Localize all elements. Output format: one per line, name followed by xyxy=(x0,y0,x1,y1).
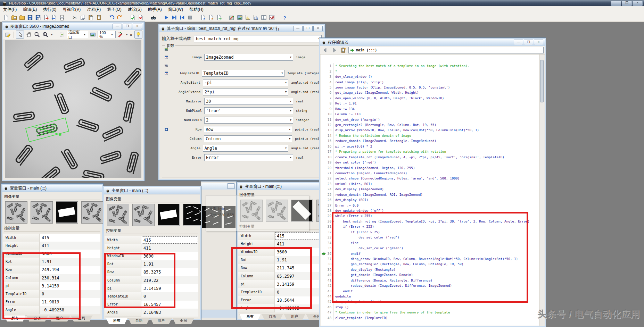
close-button[interactable]: × xyxy=(133,24,142,29)
code-line-15[interactable]: 15reduce_domain (ImageZoomed, Rectangle,… xyxy=(321,138,539,143)
code-line-27[interactable]: 27Error := 0.0 xyxy=(321,202,539,208)
code-line-9[interactable]: 9Row := 134 xyxy=(321,106,539,111)
adopt-program-button[interactable] xyxy=(50,14,58,21)
image-variable-thumbnail-clips[interactable] xyxy=(5,201,27,224)
vertical-scrollbar[interactable] xyxy=(539,54,544,326)
paste-special-button[interactable] xyxy=(95,14,103,21)
chevron-down-icon[interactable]: ▼ xyxy=(289,156,293,159)
more-tools-button[interactable]: » xyxy=(130,32,132,37)
program-editor-titlebar[interactable]: 程序编辑器 — ❒ × xyxy=(320,39,545,46)
param-value-combobox[interactable]: Column▼ xyxy=(204,135,292,142)
tab-所有[interactable]: 所有 xyxy=(106,318,127,324)
chevron-down-icon[interactable]: ▼ xyxy=(289,56,293,59)
restore-button[interactable]: ❒ xyxy=(303,26,313,31)
image-variable-thumbnail-clips[interactable] xyxy=(132,204,155,226)
chevron-down-icon[interactable]: ▼ xyxy=(289,119,293,121)
restore-button[interactable]: ❒ xyxy=(524,40,533,45)
pan-hand-button[interactable] xyxy=(25,31,32,38)
variable-row-Height[interactable]: Height411 xyxy=(3,242,100,250)
code-line-23[interactable]: 23union1 (Holes, ROI) xyxy=(321,181,539,186)
chevron-down-icon[interactable]: ▼ xyxy=(288,137,292,140)
fit-window-button[interactable] xyxy=(58,31,66,38)
operator-window-titlebar[interactable]: 算子窗口 - 编辑: 'best_match_rot_mg' 在过程 'main… xyxy=(159,25,324,32)
chevron-down-icon[interactable]: ▼ xyxy=(284,91,288,93)
chevron-down-icon[interactable]: ▼ xyxy=(83,33,86,36)
tab-用户[interactable]: 用户 xyxy=(284,314,305,320)
redo-button[interactable] xyxy=(116,14,124,21)
help-button[interactable]: ? xyxy=(281,14,289,21)
export-program-button[interactable] xyxy=(42,14,50,21)
image-variable-thumbnail-clips[interactable] xyxy=(81,201,103,224)
run-until-button[interactable] xyxy=(170,14,178,21)
menu-item-3[interactable]: 可视化(V) xyxy=(59,6,84,13)
code-line-6[interactable]: 6get_image_size (ImageZoomed, Width, Hei… xyxy=(321,90,539,95)
tab-自动[interactable]: 自动 xyxy=(128,318,150,324)
menu-item-2[interactable]: 执行(x) xyxy=(40,6,59,13)
code-line-13[interactable]: 13disp_arrow (WindowID, Row, Column, Row… xyxy=(321,127,539,133)
copy-button[interactable] xyxy=(79,14,87,21)
variable-row-Angle[interactable]: Angle2.16483 xyxy=(105,309,198,317)
code-line-20[interactable]: 20threshold (ImageZoomed, Region, 120, 2… xyxy=(321,165,539,170)
image-variable-thumbnail-clips[interactable] xyxy=(31,201,53,224)
procedure-combobox[interactable]: main (:::) xyxy=(348,47,544,53)
zoom-in-button[interactable] xyxy=(42,31,49,38)
code-line-24[interactable]: 24dev_display (ImageZoomed) xyxy=(321,186,539,192)
code-line-19[interactable]: 19dev_set_color ('red') xyxy=(321,160,539,165)
image-window-button[interactable] xyxy=(236,14,244,21)
run-button[interactable] xyxy=(162,14,170,21)
close-button[interactable]: × xyxy=(313,26,323,31)
accept-line-button[interactable] xyxy=(129,14,137,21)
menu-item-4[interactable]: 过程(P) xyxy=(84,6,104,13)
code-line-10[interactable]: 10Column := 118 xyxy=(321,111,539,117)
chevron-down-icon[interactable]: ▼ xyxy=(125,33,129,36)
paste-button[interactable] xyxy=(87,14,95,21)
pointer-button[interactable] xyxy=(16,31,24,39)
chevron-down-icon[interactable]: ▼ xyxy=(50,33,54,36)
maximize-button[interactable]: ❒ xyxy=(622,1,632,6)
close-button[interactable]: × xyxy=(633,1,643,6)
zoom-level-combobox[interactable]: 100 %▼ xyxy=(98,31,116,38)
param-value-combobox[interactable]: Row▼ xyxy=(204,126,292,133)
param-value-combobox[interactable]: 2*pi▼ xyxy=(203,89,288,95)
menu-item-7[interactable]: 助手(A) xyxy=(145,6,165,13)
undo-button[interactable] xyxy=(108,14,116,21)
param-value-combobox[interactable]: 2▼ xyxy=(204,117,293,124)
code-line-12[interactable]: 12gen_rectangle2 (Rectangle, Row, Column… xyxy=(321,122,539,127)
restore-button[interactable]: ❒ xyxy=(123,24,132,29)
tab-所有[interactable]: 所有 xyxy=(239,314,261,320)
print-program-button[interactable] xyxy=(58,14,66,21)
feature-histogram-button[interactable] xyxy=(252,14,260,21)
code-line-16[interactable]: 16pi := acos(0.0) * 2 xyxy=(321,144,539,149)
param-value-combobox[interactable]: TemplateID▼ xyxy=(202,70,285,77)
find-button[interactable] xyxy=(149,14,157,21)
code-line-25[interactable]: 25reduce_domain (ImageZoomed, ROI, Image… xyxy=(321,192,539,197)
save-program-as-button[interactable] xyxy=(34,14,42,21)
image-variable-thumbnail-mask-clips[interactable] xyxy=(183,204,201,226)
save-program-button[interactable] xyxy=(26,14,34,21)
new-program-button[interactable] xyxy=(2,14,10,21)
chevron-down-icon[interactable]: ▼ xyxy=(288,128,292,131)
tab-用户[interactable]: 用户 xyxy=(150,318,172,324)
image-small-button[interactable] xyxy=(89,31,97,38)
activate-lines-button[interactable] xyxy=(199,14,207,21)
param-value-combobox[interactable]: ImageZoomed▼ xyxy=(204,54,293,61)
scrollbar-thumb[interactable] xyxy=(540,60,544,102)
param-value-combobox[interactable]: -pi▼ xyxy=(203,79,288,86)
menu-item-8[interactable]: 窗口(W) xyxy=(165,6,186,13)
code-line-48[interactable]: 48clear_template (TemplateID) xyxy=(321,315,539,320)
code-line-22[interactable]: 22select_shape (ConnectedRegions, Holes,… xyxy=(321,176,539,181)
code-line-46[interactable]: 46stop () xyxy=(321,304,539,310)
gray-histogram-button[interactable] xyxy=(244,14,252,21)
code-line-7[interactable]: 7dev_open_window (0, 0, Width, Height, '… xyxy=(321,95,539,101)
navigate-back-button[interactable] xyxy=(321,47,329,54)
code-line-47[interactable]: 47* Continue in order to give free the m… xyxy=(321,310,539,315)
code-line-21[interactable]: 21connection (Region, ConnectedRegions) xyxy=(321,170,539,176)
param-value-combobox[interactable]: Angle▼ xyxy=(203,145,288,152)
minimize-button[interactable]: — xyxy=(227,183,235,189)
zoom-button[interactable] xyxy=(33,31,41,38)
operator-name-combobox[interactable]: best_match_rot_mg ▼ xyxy=(194,35,322,42)
image-variable-thumbnail-mask-rect[interactable] xyxy=(56,201,78,224)
code-line-17[interactable]: 17* Preparing a pattern for template mat… xyxy=(321,149,539,154)
code-line-11[interactable]: 11dev_set_draw ('margin') xyxy=(321,117,539,122)
read-file-button[interactable] xyxy=(18,14,26,21)
